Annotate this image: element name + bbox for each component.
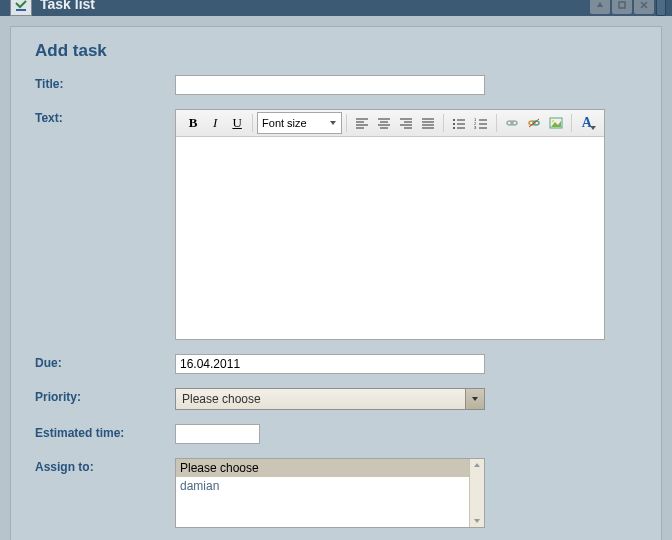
align-center-button[interactable] (373, 112, 395, 134)
svg-marker-42 (474, 463, 480, 467)
assign-listbox[interactable]: Please choose damian (175, 458, 485, 528)
svg-marker-1 (597, 2, 603, 7)
window-titlebar: Task list (0, 0, 672, 16)
align-justify-button[interactable] (417, 112, 439, 134)
svg-marker-40 (590, 126, 596, 130)
add-task-panel: Add task Title: Text: B I U Font size (10, 26, 662, 540)
text-color-button[interactable]: A (576, 112, 598, 134)
priority-select[interactable]: Please choose (175, 388, 485, 410)
label-assign: Assign to: (35, 458, 175, 528)
header-button-3[interactable] (634, 0, 654, 14)
title-input[interactable] (175, 75, 485, 95)
svg-point-24 (453, 127, 455, 129)
rich-text-editor: B I U Font size 123 (175, 109, 605, 340)
toolbar-separator (443, 114, 444, 132)
scroll-up-icon[interactable] (471, 459, 483, 471)
label-due: Due: (35, 354, 175, 374)
bullet-list-button[interactable] (448, 112, 470, 134)
due-input[interactable] (175, 354, 485, 374)
toolbar-separator (496, 114, 497, 132)
toolbar-separator (252, 114, 253, 132)
font-size-select[interactable]: Font size (257, 112, 342, 134)
svg-point-33 (511, 121, 517, 125)
label-priority: Priority: (35, 388, 175, 410)
chevron-down-icon (465, 389, 484, 409)
label-estimated: Estimated time: (35, 424, 175, 444)
scroll-down-icon[interactable] (471, 515, 483, 527)
svg-marker-43 (474, 519, 480, 523)
label-text: Text: (35, 109, 175, 340)
app-icon (10, 0, 32, 16)
priority-value: Please choose (182, 392, 261, 406)
svg-marker-41 (472, 397, 478, 401)
page-heading: Add task (35, 41, 637, 61)
image-button[interactable] (545, 112, 567, 134)
header-button-4[interactable] (656, 0, 666, 16)
font-size-label: Font size (262, 117, 307, 129)
toolbar-separator (346, 114, 347, 132)
svg-rect-0 (16, 9, 26, 11)
svg-marker-3 (330, 121, 336, 125)
svg-rect-2 (619, 2, 625, 8)
svg-point-22 (453, 123, 455, 125)
assign-option[interactable]: damian (176, 477, 469, 495)
underline-button[interactable]: U (226, 112, 248, 134)
bold-button[interactable]: B (182, 112, 204, 134)
window-title: Task list (40, 0, 95, 12)
align-left-button[interactable] (351, 112, 373, 134)
unlink-button[interactable] (523, 112, 545, 134)
numbered-list-button[interactable]: 123 (470, 112, 492, 134)
editor-textarea[interactable] (176, 137, 604, 339)
header-button-1[interactable] (590, 0, 610, 14)
editor-toolbar: B I U Font size 123 (176, 110, 604, 137)
svg-text:3: 3 (474, 125, 477, 129)
link-button[interactable] (501, 112, 523, 134)
listbox-scrollbar[interactable] (469, 459, 484, 527)
toolbar-separator (571, 114, 572, 132)
svg-point-20 (453, 119, 455, 121)
header-button-2[interactable] (612, 0, 632, 14)
estimated-input[interactable] (175, 424, 260, 444)
svg-line-36 (529, 119, 539, 127)
label-title: Title: (35, 75, 175, 95)
assign-option[interactable]: Please choose (176, 459, 469, 477)
align-right-button[interactable] (395, 112, 417, 134)
italic-button[interactable]: I (204, 112, 226, 134)
svg-point-39 (552, 120, 554, 122)
